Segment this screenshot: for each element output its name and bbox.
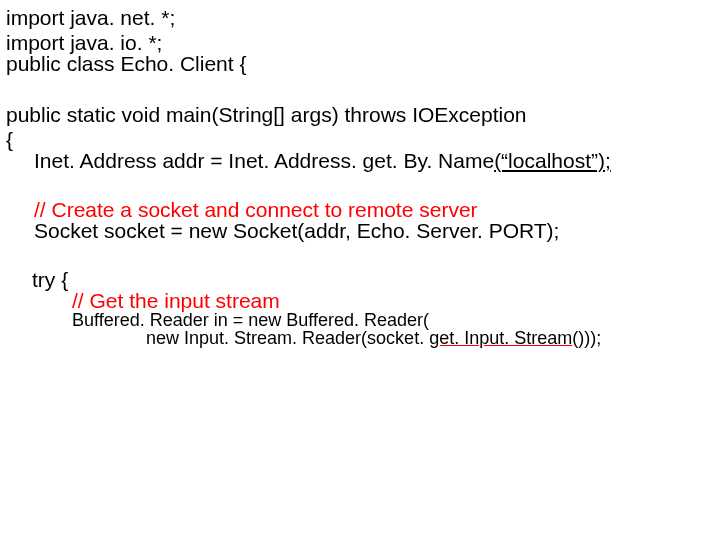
code-line-class-decl: public class Echo. Client {	[6, 53, 712, 74]
code-line-try: try {	[32, 269, 712, 290]
underline-get-input-stream: get. Input. Stream	[429, 328, 572, 348]
code-line-inet-address: Inet. Address addr = Inet. Address. get.…	[34, 150, 712, 171]
code-line-buffered-reader: Buffered. Reader in = new Buffered. Read…	[72, 311, 712, 329]
code-line-main-sig: public static void main(String[] args) t…	[6, 104, 712, 125]
code-comment-inputstream: // Get the input stream	[72, 290, 712, 311]
code-comment-socket: // Create a socket and connect to remote…	[34, 199, 712, 220]
underline-getbyname-arg: (“localhost”);	[494, 149, 611, 172]
code-line-open-brace: {	[6, 129, 712, 150]
code-slide: import java. net. *; import java. io. *;…	[0, 0, 720, 347]
code-line-socket-new: Socket socket = new Socket(addr, Echo. S…	[34, 220, 712, 241]
code-line-import-io: import java. io. *;	[6, 32, 712, 53]
code-line-input-stream-reader: new Input. Stream. Reader(socket. get. I…	[146, 329, 712, 347]
code-line-import-net: import java. net. *;	[6, 7, 712, 28]
